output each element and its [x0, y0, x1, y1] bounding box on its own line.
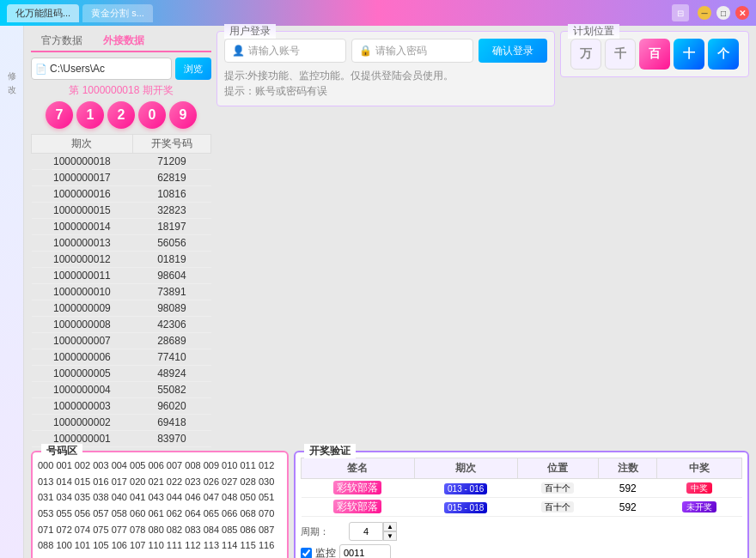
history-table: 期次 开奖号码 10000000187120910000000176281910… [31, 134, 211, 447]
file-icon: 📄 [35, 64, 47, 75]
spinbox-buttons: ▲ ▼ [383, 522, 397, 541]
history-row: 100000001532823 [32, 203, 211, 219]
history-number: 77410 [132, 349, 210, 366]
history-row: 100000000998089 [32, 300, 211, 317]
col-period: 期次 [32, 135, 133, 154]
history-number: 32823 [132, 203, 210, 219]
login-row: 👤 请输入账号 🔒 请输入密码 确认登录 [224, 39, 547, 63]
history-period: 1000000017 [32, 170, 133, 186]
plan-title: 计划位置 [568, 24, 619, 39]
history-period: 1000000018 [32, 154, 133, 170]
pos-ge[interactable]: 个 [708, 39, 739, 70]
sidebar-item-modify[interactable]: 修 [4, 60, 20, 70]
login-title: 用户登录 [224, 24, 276, 39]
monitor-checkbox[interactable] [301, 548, 312, 559]
history-row: 100000001073891 [32, 284, 211, 300]
monitor-input[interactable] [339, 544, 391, 558]
pos-bai[interactable]: 百 [639, 39, 670, 70]
verify-row: 彩软部落015 - 018百十个592未开奖 [302, 498, 742, 517]
history-number: 10816 [132, 186, 210, 203]
username-input[interactable]: 👤 请输入账号 [224, 39, 346, 63]
verify-col-win: 中奖 [657, 458, 742, 479]
position-buttons: 万 千 百 十 个 [568, 39, 741, 70]
tab-2[interactable]: 黄金分割 s... [82, 4, 153, 22]
number-zone-title: 号码区 [41, 444, 82, 458]
history-number: 71209 [132, 154, 210, 170]
history-row: 100000001356056 [32, 235, 211, 252]
top-section: 官方数据 外接数据 📄 C:\Users\Ac 浏览 第 1000000018 … [24, 26, 756, 451]
tab-official[interactable]: 官方数据 [31, 31, 93, 51]
spinbox-down[interactable]: ▼ [383, 531, 397, 541]
tab-1[interactable]: 化万能阻码... [7, 4, 79, 22]
plan-panel: 计划位置 万 千 百 十 个 [560, 31, 749, 77]
file-path: C:\Users\Ac [50, 63, 105, 75]
confirm-login-button[interactable]: 确认登录 [479, 39, 547, 63]
pos-qian[interactable]: 千 [605, 39, 636, 70]
file-row: 📄 C:\Users\Ac 浏览 [31, 58, 211, 80]
minimize-button[interactable]: ─ [698, 6, 711, 20]
sidebar-item-change[interactable]: 改 [4, 74, 20, 84]
password-input[interactable]: 🔒 请输入密码 [351, 39, 473, 63]
verify-tag: 彩软部落 [302, 498, 415, 517]
history-period: 1000000007 [32, 333, 133, 349]
history-number: 73891 [132, 284, 210, 300]
history-period: 1000000015 [32, 203, 133, 219]
lottery-num-0: 7 [46, 101, 73, 129]
controls-area: 周期： ▲ ▼ 监控 [301, 522, 742, 558]
verify-table: 签名 期次 位置 注数 中奖 彩软部落013 - 016百十个592中奖彩软部落… [301, 458, 742, 517]
monitor-label: 监控 [315, 546, 336, 559]
pos-wan[interactable]: 万 [570, 39, 601, 70]
close-button[interactable]: ✕ [735, 6, 749, 20]
period-input[interactable] [349, 522, 383, 541]
verify-range: 013 - 016 [414, 479, 517, 498]
browse-button[interactable]: 浏览 [175, 58, 211, 80]
history-number: 56056 [132, 235, 210, 252]
titlebar: 化万能阻码... 黄金分割 s... ⊟ ─ □ ✕ [0, 0, 756, 26]
verify-panel: 开奖验证 签名 期次 位置 注数 中奖 彩软部落013 - 016百十个592中… [294, 451, 749, 558]
monitor-row: 监控 [301, 544, 742, 558]
history-row: 100000000548924 [32, 366, 211, 382]
history-period: 1000000002 [32, 415, 133, 431]
history-period: 1000000016 [32, 186, 133, 203]
verify-position: 百十个 [517, 498, 599, 517]
password-placeholder: 请输入密码 [375, 44, 427, 58]
period-spinbox[interactable]: ▲ ▼ [349, 522, 397, 541]
lottery-num-2: 2 [107, 101, 135, 129]
app-wrapper: 修 改 官方数据 外接数据 📄 C:\Users\Ac 浏览 第 1000000… [0, 26, 756, 558]
lottery-numbers: 7 1 2 0 9 [31, 101, 211, 129]
tab-external[interactable]: 外接数据 [93, 31, 155, 52]
number-zone: 号码区 000 001 002 003 004 005 006 007 008 … [31, 451, 289, 558]
login-tips: 提示:外接功能、监控功能。仅提供登陆会员使用。 提示：账号或密码有误 [224, 68, 547, 99]
history-period: 1000000009 [32, 300, 133, 317]
number-grid[interactable]: 000 001 002 003 004 005 006 007 008 009 … [38, 458, 282, 558]
history-row: 100000000728689 [32, 333, 211, 349]
history-period: 1000000010 [32, 284, 133, 300]
verify-position: 百十个 [517, 479, 599, 498]
titlebar-icon: ⊟ [672, 4, 689, 21]
period-row: 周期： ▲ ▼ [301, 522, 742, 541]
history-row: 100000001762819 [32, 170, 211, 186]
spinbox-up[interactable]: ▲ [383, 522, 397, 531]
verify-tag: 彩软部落 [302, 479, 415, 498]
pos-shi[interactable]: 十 [674, 39, 704, 70]
verify-range: 015 - 018 [414, 498, 517, 517]
lottery-num-3: 0 [138, 101, 166, 129]
history-number: 98089 [132, 300, 210, 317]
period-info: 第 1000000018 期开奖 [31, 83, 211, 98]
login-tip1: 提示:外接功能、监控功能。仅提供登陆会员使用。 [224, 68, 547, 83]
history-row: 100000000396020 [32, 398, 211, 415]
maximize-button[interactable]: □ [716, 6, 730, 20]
verify-col-pos: 位置 [517, 458, 599, 479]
history-number: 42306 [132, 317, 210, 333]
history-period: 1000000004 [32, 382, 133, 398]
period-label: 周期： [301, 525, 344, 538]
history-period: 1000000011 [32, 268, 133, 284]
app-content: 官方数据 外接数据 📄 C:\Users\Ac 浏览 第 1000000018 … [24, 26, 756, 558]
history-number: 18197 [132, 219, 210, 235]
history-number: 96020 [132, 398, 210, 415]
history-period: 1000000005 [32, 366, 133, 382]
col-number: 开奖号码 [132, 135, 210, 154]
user-icon: 👤 [232, 45, 245, 57]
history-number: 98604 [132, 268, 210, 284]
history-number: 55082 [132, 382, 210, 398]
